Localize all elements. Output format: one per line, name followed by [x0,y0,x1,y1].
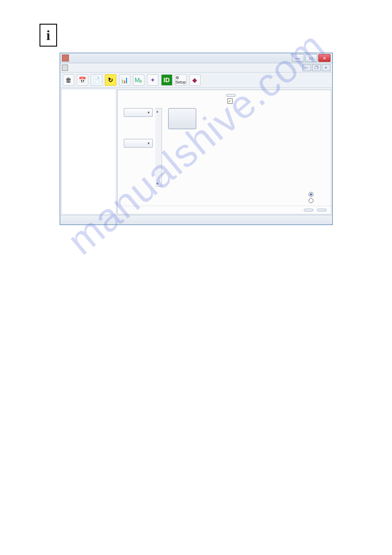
nav-tree[interactable] [61,89,116,214]
radio-difference[interactable] [309,192,313,197]
toolbar-icon-6[interactable]: Mᵦ [133,74,144,86]
system-menu-icon[interactable] [62,65,68,71]
titlebar: — ▭ ✕ [60,53,332,63]
toolbar-icon-2[interactable]: 📅 [77,74,88,86]
table-scrollbar[interactable]: ▴▾ [155,108,162,187]
close-button[interactable] [304,209,313,211]
close-window-button[interactable]: ✕ [318,54,331,62]
statusbar [60,215,332,225]
help-button[interactable] [317,209,327,211]
mdi-minimize[interactable]: – [302,64,311,71]
toolbar-icon-7[interactable]: ✦ [147,74,158,86]
sp-combo[interactable]: ▼ [124,108,153,117]
update-checkbox[interactable]: ✓ [227,98,233,104]
toolbar-icon-refresh[interactable]: ↻ [105,74,116,86]
toolbar-icon-8[interactable]: ID [161,74,173,86]
deviation-mode [309,192,322,203]
toolbar: 🗑 📅 📄 ↻ 📊 Mᵦ ✦ ID ⚙Setup ◆ [60,73,332,88]
absolute-combo[interactable]: ▼ [124,139,153,148]
toolbar-icon-5[interactable]: 📊 [119,74,130,86]
mdi-restore[interactable]: ❐ [312,64,321,71]
enter-pressure-button[interactable] [168,108,196,129]
hold-line [118,90,331,94]
toolbar-icon-setup[interactable]: ⚙Setup [175,74,187,86]
toolbar-icon-1[interactable]: 🗑 [63,74,74,86]
radio-percent-range[interactable] [309,198,313,203]
minimize-button[interactable]: — [292,54,304,62]
info-icon: i [40,24,57,47]
info-note: i [40,24,370,47]
toolbar-icon-3[interactable]: 📄 [91,74,102,86]
app-icon [62,54,69,62]
toolbar-icon-10[interactable]: ◆ [189,74,201,86]
mdi-close[interactable]: × [322,64,331,71]
app-window: — ▭ ✕ – ❐ × 🗑 📅 📄 ↻ 📊 Mᵦ ✦ ID ⚙Setup ◆ [60,53,333,225]
maximize-button[interactable]: ▭ [305,54,317,62]
menubar: – ❐ × [60,63,332,73]
trend-button[interactable] [226,94,236,97]
